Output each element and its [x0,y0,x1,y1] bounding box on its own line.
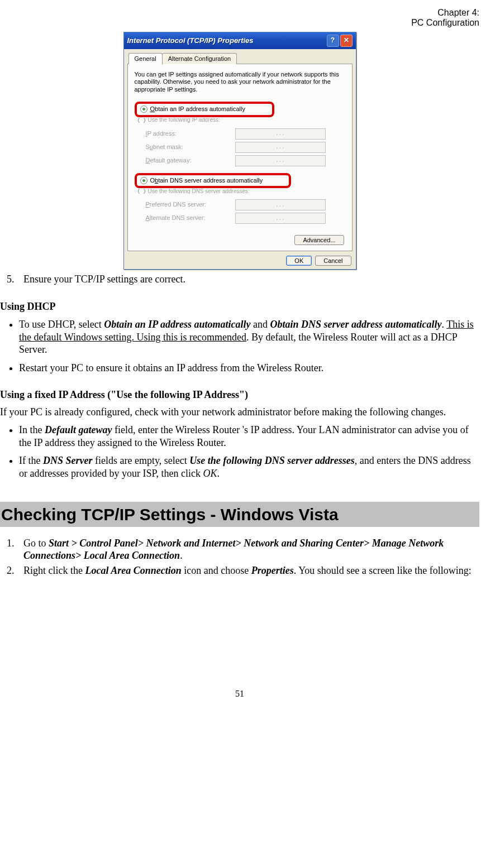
radio-label: Obtain an IP address automatically [150,105,245,113]
vista-step-2: 2.Right click the Local Area Connection … [23,564,479,577]
radio-label: Use the following IP address: [148,118,220,123]
radio-icon [140,105,147,113]
ip-address-row: IP address: . . . [146,128,341,140]
subnet-mask-row: Subnet mask: . . . [146,142,341,153]
ip-address-input[interactable]: . . . [235,128,326,140]
subnet-mask-input[interactable]: . . . [235,142,326,153]
alternate-dns-input[interactable]: . . . [235,213,326,224]
section-heading-vista: Checking TCP/IP Settings - Windows Vista [0,502,479,527]
preferred-dns-label: Preferred DNS server: [146,201,235,209]
radio-use-following-ip[interactable]: Use the following IP address: [135,118,345,123]
advanced-button[interactable]: Advanced... [294,235,344,245]
subnet-mask-label: Subnet mask: [146,143,235,151]
ok-button[interactable]: OK [286,256,312,266]
dialog-titlebar: Internet Protocol (TCP/IP) Properties ? … [124,32,356,49]
radio-label: Obtain DNS server address automatically [150,177,263,185]
radio-icon [138,189,145,194]
fixed-intro: If your PC is already configured, check … [0,406,479,419]
dns-fields-group: Preferred DNS server: . . . Alternate DN… [135,194,345,231]
tab-general[interactable]: General [128,53,163,64]
fixed-bullet-1: In the Default gateway field, enter the … [19,424,479,449]
cancel-button[interactable]: Cancel [315,256,351,266]
close-icon: ✕ [344,36,349,45]
help-icon: ? [331,36,335,45]
dhcp-bullet-1: To use DHCP, select Obtain an IP address… [19,318,479,356]
alternate-dns-label: Alternate DNS server: [146,214,235,222]
obtain-ip-highlight: Obtain an IP address automatically [135,102,274,117]
ip-address-label: IP address: [146,130,235,138]
intro-text: You can get IP settings assigned automat… [135,71,345,94]
radio-icon [140,177,147,184]
page-header: Chapter 4: PC Configuration [0,8,479,28]
page-number: 51 [0,688,479,699]
radio-obtain-dns-auto[interactable]: Obtain DNS server address automatically [140,177,285,185]
default-gateway-input[interactable]: . . . [235,155,326,166]
step-5: 5.Ensure your TCP/IP settings are correc… [23,273,479,286]
header-line2: PC Configuration [411,18,479,27]
radio-icon [138,118,145,123]
vista-step-1: 1.Go to Start > Control Panel> Network a… [23,537,479,562]
ip-fields-group: IP address: . . . Subnet mask: . . . Def… [135,123,345,173]
alternate-dns-row: Alternate DNS server: . . . [146,213,341,224]
radio-use-following-dns[interactable]: Use the following DNS server addresses: [135,189,345,194]
default-gateway-label: Default gateway: [146,157,235,165]
preferred-dns-row: Preferred DNS server: . . . [146,199,341,210]
tcpip-properties-dialog: Internet Protocol (TCP/IP) Properties ? … [123,32,356,270]
help-button[interactable]: ? [327,35,339,47]
using-fixed-ip-heading: Using a fixed IP Address ("Use the follo… [0,389,479,401]
radio-label: Use the following DNS server addresses: [148,189,250,194]
close-button[interactable]: ✕ [340,35,353,47]
tab-alternate-configuration[interactable]: Alternate Configuration [162,53,237,64]
obtain-dns-highlight: Obtain DNS server address automatically [135,173,291,189]
fixed-bullet-2: If the DNS Server fields are empty, sele… [19,454,479,479]
radio-obtain-ip-auto[interactable]: Obtain an IP address automatically [140,105,269,113]
default-gateway-row: Default gateway: . . . [146,155,341,166]
general-tab-panel: You can get IP settings assigned automat… [127,64,353,252]
dhcp-bullet-2: Restart your PC to ensure it obtains an … [19,362,479,375]
header-line1: Chapter 4: [437,8,479,17]
using-dhcp-heading: Using DHCP [0,300,479,313]
preferred-dns-input[interactable]: . . . [235,199,326,210]
dialog-title: Internet Protocol (TCP/IP) Properties [127,36,326,45]
